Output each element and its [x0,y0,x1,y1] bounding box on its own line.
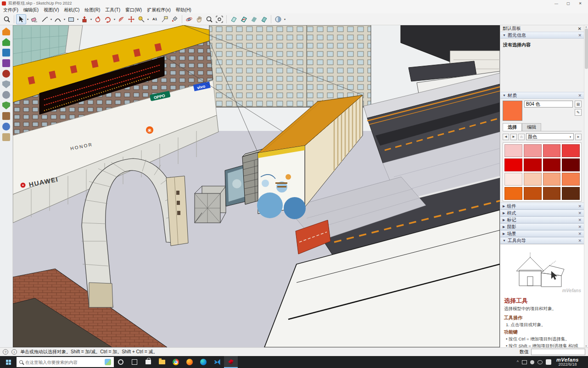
color-swatch[interactable] [524,173,542,186]
tape-measure-tool-button[interactable] [136,14,146,24]
geolocation-icon[interactable]: ? [3,349,8,355]
push-pull-tool-button[interactable] [79,14,90,24]
select-tool-button[interactable] [16,14,26,24]
start-button[interactable] [0,356,17,368]
close-button[interactable]: ✕ [574,1,586,6]
store-button[interactable] [141,356,155,368]
create-material-button[interactable]: ⊞ [575,101,582,108]
box-tan-icon[interactable] [2,133,10,141]
tray-close-icon[interactable]: ✕ [578,26,582,31]
color-swatch[interactable] [524,144,542,157]
text-tool-button[interactable]: A1 [150,14,160,24]
rectangle-tool-caret[interactable]: ▾ [76,17,79,21]
color-swatch[interactable] [504,144,522,157]
color-swatch[interactable] [504,187,522,200]
line-tool-caret[interactable]: ▾ [50,17,53,21]
section-fill-toggle-button[interactable] [259,14,269,24]
tray-chevron-icon[interactable]: ^ [517,360,519,364]
info-icon[interactable]: i [11,349,17,355]
in-model-button[interactable]: ⌂ [518,134,525,140]
move-tool-button[interactable] [126,14,136,24]
menu-file[interactable]: 文件(F) [3,7,18,13]
minimize-button[interactable]: — [550,1,562,6]
shield-icon[interactable] [2,80,10,88]
instructor-header[interactable]: ▼ 工具向导 ✕ [500,237,584,244]
network-icon[interactable] [538,360,543,364]
ime-icon[interactable] [546,359,551,365]
zoom-window-tool-button[interactable] [2,14,12,24]
file-explorer-button[interactable] [155,356,169,368]
paint-bucket-tool-button[interactable] [170,14,180,24]
section-shadows[interactable]: ▶ 阴影 ✕ [500,223,584,230]
color-swatch[interactable] [504,159,522,171]
menu-tools[interactable]: 工具(T) [105,7,120,13]
house-green-icon[interactable] [2,38,10,46]
tray-scrollbar[interactable]: ▲ ▼ [584,25,588,347]
menu-help[interactable]: 帮助(H) [176,7,191,13]
clock-area[interactable]: mVefans 2022/6/18 [554,357,581,367]
color-swatch[interactable] [543,173,561,186]
house-orange-icon[interactable] [2,28,10,35]
menu-draw[interactable]: 绘图(R) [84,7,100,13]
entity-info-close-icon[interactable]: ✕ [578,33,582,38]
section-components[interactable]: ▶ 组件 ✕ [500,203,584,209]
section-scenes[interactable]: ▶ 场景 ✕ [500,230,584,237]
color-swatch[interactable] [543,159,561,171]
color-swatch[interactable] [504,173,522,186]
menu-window[interactable]: 窗口(W) [125,7,142,13]
section-close-icon[interactable]: ✕ [578,225,582,229]
firefox-button[interactable] [183,356,196,368]
details-button[interactable]: ▸ [575,134,582,140]
zoom-tool-button[interactable] [204,14,214,24]
push-pull-tool-caret[interactable]: ▾ [90,17,93,21]
model-viewport[interactable]: vivo OPPO 米 HONOR HUAWEI [13,25,500,347]
arc-tool-button[interactable] [53,14,63,24]
scrollbar-thumb[interactable] [585,28,588,69]
box-brown-icon[interactable] [2,112,10,120]
section-close-icon[interactable]: ✕ [578,211,582,215]
color-swatch[interactable] [543,144,561,157]
color-swatch[interactable] [562,187,580,200]
pan-tool-button[interactable] [194,14,204,24]
sample-paint-button[interactable]: ✎ [575,109,582,116]
arc-tool-caret[interactable]: ▾ [63,17,66,21]
menu-edit[interactable]: 编辑(E) [23,7,39,13]
section-close-icon[interactable]: ✕ [578,218,582,222]
task-view-button[interactable] [128,356,141,368]
rotate-tool-caret[interactable]: ▾ [113,17,116,21]
section-close-icon[interactable]: ✕ [578,232,582,236]
monitor-icon[interactable] [522,360,527,364]
color-swatch[interactable] [562,173,580,186]
offset-tool-button[interactable] [116,14,126,24]
instructor-close-icon[interactable]: ✕ [578,238,582,243]
follow-me-tool-button[interactable] [93,14,103,24]
taskbar-search[interactable] [17,357,114,367]
face-style-button[interactable] [273,14,283,24]
color-swatch[interactable] [562,159,580,171]
color-swatch[interactable] [543,187,561,200]
section-close-icon[interactable]: ✕ [578,204,582,209]
box-blue-icon[interactable] [2,123,10,130]
figure-icon[interactable] [2,91,10,99]
section-display-toggle-button[interactable] [239,14,249,24]
onedrive-icon[interactable] [530,360,534,364]
collection-dropdown[interactable]: 颜色 ▾ [526,133,574,140]
section-tags[interactable]: ▶ 标记 ✕ [500,216,584,223]
eraser-tool-button[interactable] [29,14,39,24]
code-button[interactable] [210,356,224,368]
color-swatch[interactable] [524,187,542,200]
cortana-button[interactable] [114,356,128,368]
menu-extensions[interactable]: 扩展程序(x) [147,7,171,13]
material-name-input[interactable] [524,101,573,108]
menu-view[interactable]: 视图(V) [44,7,59,13]
maximize-button[interactable]: ▢ [562,1,574,6]
cube-blue-icon[interactable] [2,49,10,57]
cube-purple-icon[interactable] [2,59,10,67]
select-tool-caret[interactable]: ▾ [26,17,29,21]
materials-close-icon[interactable]: ✕ [578,93,582,98]
face-style-caret[interactable]: ▾ [283,17,286,21]
scroll-up-icon[interactable]: ▲ [585,25,588,28]
leaf-icon[interactable] [2,102,10,109]
menu-camera[interactable]: 相机(C) [64,7,79,13]
orbit-tool-button[interactable] [184,14,194,24]
